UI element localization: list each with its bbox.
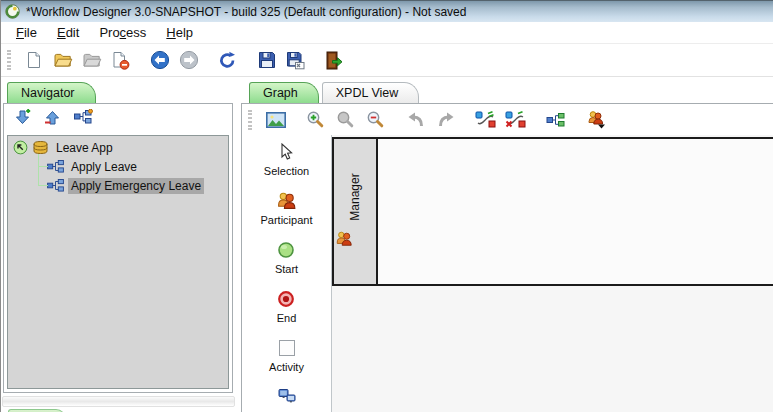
title-bar[interactable]: *Workflow Designer 3.0-SNAPSHOT - build … [1, 0, 773, 22]
save-as-icon [286, 51, 305, 70]
folder-disabled-icon [82, 51, 102, 69]
menu-help[interactable]: Help [157, 23, 202, 42]
tab-navigator-label: Navigator [21, 86, 75, 100]
save-button[interactable] [254, 48, 279, 73]
actual-size-button [333, 107, 358, 132]
remove-package-button[interactable] [44, 108, 62, 130]
graph-panel: Selection Participan [241, 103, 773, 412]
graph-body: Selection Participan [242, 135, 773, 412]
participant-icon [335, 230, 353, 251]
app-logo-icon [5, 4, 20, 19]
exit-button[interactable] [322, 48, 347, 73]
palette-item-selection[interactable]: Selection [264, 140, 309, 177]
undo-disabled-icon [407, 111, 425, 128]
navigator-toolbar [4, 104, 232, 133]
zoom-out-button[interactable] [363, 107, 388, 132]
palette-item-participant[interactable]: Participant [261, 189, 313, 226]
forward-disabled-icon [179, 50, 199, 70]
palette-label: Start [275, 263, 298, 275]
open-button[interactable] [50, 48, 75, 73]
process-icon [47, 160, 64, 173]
process-view-button[interactable] [543, 107, 568, 132]
navigator-tree: Leave App Apply Leave [7, 135, 229, 389]
participant-icon [276, 189, 297, 212]
close-document-button[interactable] [108, 48, 133, 73]
tree-row-leave-app[interactable]: Leave App [8, 138, 228, 157]
graph-tabs: Graph XPDL View [249, 82, 419, 103]
participant-menu-icon [586, 110, 606, 129]
toolbar-drag-handle[interactable] [248, 110, 252, 130]
tab-xpdl-view-label: XPDL View [336, 86, 399, 100]
insert-point-icon [475, 111, 496, 128]
new-process-button[interactable] [74, 109, 93, 128]
undo-button [403, 107, 428, 132]
image-icon [266, 112, 286, 128]
palette-item-end[interactable]: End [277, 287, 297, 324]
menu-process[interactable]: Process [90, 23, 155, 42]
tree-connector-stub [39, 185, 48, 186]
new-document-button[interactable] [21, 48, 46, 73]
zoom-out-icon [366, 110, 385, 129]
palette-label: End [277, 312, 297, 324]
navigator-panel: Leave App Apply Leave [3, 103, 233, 393]
redo-disabled-icon [437, 111, 455, 128]
window-title: *Workflow Designer 3.0-SNAPSHOT - build … [26, 5, 466, 19]
participant-menu-button[interactable] [583, 107, 608, 132]
swimlane-header[interactable]: Manager [334, 139, 378, 284]
back-icon [150, 50, 170, 70]
open-disabled-button [79, 48, 104, 73]
tab-navigator[interactable]: Navigator [7, 82, 96, 103]
content-area: Navigator [1, 78, 773, 412]
tree-label-apply-leave: Apply Leave [68, 159, 140, 175]
graph-toolbar [242, 104, 773, 135]
zoom-in-button[interactable] [303, 107, 328, 132]
start-circle-icon [277, 238, 295, 261]
activity-square-icon [278, 336, 296, 359]
tree-connector-stub [39, 166, 48, 167]
exit-icon [326, 51, 343, 70]
tree-label-leave-app: Leave App [53, 140, 116, 156]
remove-point-icon [505, 111, 526, 128]
palette-label: Selection [264, 165, 309, 177]
horizontal-splitter[interactable] [2, 396, 235, 407]
palette-item-start[interactable]: Start [275, 238, 298, 275]
remove-point-button[interactable] [503, 107, 528, 132]
remove-package-icon [44, 108, 62, 126]
actual-size-disabled-icon [336, 110, 355, 129]
swimlane-body[interactable] [378, 139, 773, 284]
tab-graph[interactable]: Graph [249, 82, 319, 103]
reload-button[interactable] [215, 48, 240, 73]
back-button[interactable] [147, 48, 172, 73]
new-process-icon [74, 109, 93, 124]
menu-bar: File Edit Process Help [1, 22, 773, 44]
tree-label-apply-emergency-leave: Apply Emergency Leave [68, 178, 204, 194]
menu-edit[interactable]: Edit [48, 23, 88, 42]
new-document-icon [25, 51, 43, 69]
swimlane-label: Manager [348, 173, 362, 220]
menu-file[interactable]: File [7, 23, 46, 42]
end-circle-icon [277, 287, 295, 310]
open-folder-icon [53, 51, 73, 69]
toolbar-drag-handle[interactable] [7, 50, 11, 70]
main-toolbar [1, 44, 773, 77]
forward-button [176, 48, 201, 73]
palette-item-tool[interactable]: Tool [276, 385, 296, 412]
zoom-in-icon [306, 110, 325, 129]
swimlane-manager[interactable]: Manager [332, 137, 773, 286]
save-as-button[interactable] [283, 48, 308, 73]
reload-icon [218, 51, 237, 70]
palette-item-activity[interactable]: Activity [269, 336, 304, 373]
insert-point-button[interactable] [473, 107, 498, 132]
insert-package-button[interactable] [14, 108, 32, 130]
palette-label: Activity [269, 361, 304, 373]
tab-xpdl-view[interactable]: XPDL View [322, 82, 420, 103]
redo-button [433, 107, 458, 132]
package-icon [32, 140, 49, 155]
insert-package-icon [14, 108, 32, 126]
graph-region: Graph XPDL View [241, 78, 773, 412]
graph-canvas[interactable]: Manager [332, 135, 773, 412]
process-icon [546, 113, 565, 127]
tool-palette: Selection Participan [242, 135, 332, 412]
save-as-image-button[interactable] [263, 107, 288, 132]
cursor-icon [279, 140, 293, 163]
